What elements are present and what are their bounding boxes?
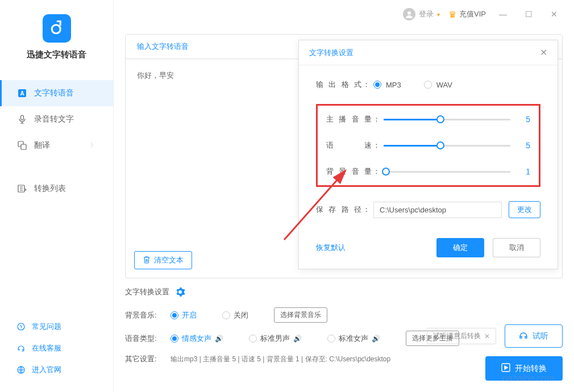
- crown-icon: ♛: [448, 9, 456, 20]
- convert-action: 开始转换: [485, 356, 563, 381]
- avatar-icon: [403, 8, 415, 20]
- vip-button[interactable]: ♛ 充值VIP: [448, 9, 486, 20]
- right-actions: 试听满意后转换 ✕ 试听: [427, 324, 563, 348]
- nav-label: 转换列表: [34, 184, 66, 194]
- settings-title: 文字转换设置: [125, 287, 169, 297]
- restore-default-link[interactable]: 恢复默认: [316, 243, 346, 253]
- svg-point-9: [407, 11, 411, 15]
- link-label: 常见问题: [32, 322, 61, 332]
- nav-label: 翻译: [34, 140, 50, 151]
- volume-row: 主播音量： 5: [326, 114, 530, 124]
- question-icon: [17, 322, 26, 331]
- radio-icon: [222, 311, 230, 319]
- cancel-button[interactable]: 取消: [493, 238, 540, 257]
- listen-label: 试听: [533, 331, 548, 341]
- voice-standard-female[interactable]: 标准女声🔊: [327, 333, 380, 344]
- change-path-button[interactable]: 更改: [509, 201, 540, 218]
- path-label: 保存路径: [316, 205, 361, 215]
- faq-link[interactable]: 常见问题: [0, 316, 113, 337]
- website-link[interactable]: 进入官网: [0, 359, 113, 381]
- slider-thumb[interactable]: [436, 141, 444, 149]
- app-logo-icon: [43, 14, 71, 43]
- nav-label: 录音转文字: [34, 114, 74, 124]
- radio-icon: [249, 335, 257, 343]
- select-bg-music-button[interactable]: 选择背景音乐: [274, 307, 327, 323]
- slider-thumb[interactable]: [382, 168, 390, 176]
- link-label: 进入官网: [32, 365, 61, 375]
- svg-point-0: [52, 25, 60, 34]
- microphone-icon: [17, 114, 27, 124]
- nav-audio-to-text[interactable]: 录音转文字: [0, 106, 113, 132]
- sidebar-bottom-links: 常见问题 在线客服 进入官网: [0, 316, 113, 392]
- minimize-button[interactable]: —: [494, 6, 511, 23]
- volume-slider[interactable]: [384, 119, 510, 120]
- speed-row: 语 速： 5: [326, 140, 530, 151]
- service-link[interactable]: 在线客服: [0, 337, 113, 359]
- close-button[interactable]: ✕: [546, 6, 563, 23]
- highlight-box: 主播音量： 5 语 速：: [316, 104, 540, 187]
- sample-text: 你好，早安: [137, 71, 174, 80]
- clear-text-button[interactable]: 清空文本: [134, 251, 192, 269]
- svg-rect-3: [21, 115, 24, 120]
- volume-label: 主播音量: [326, 114, 372, 124]
- headphone-icon: [519, 331, 528, 341]
- preview-hint-text: 试听满意后转换: [433, 331, 481, 341]
- bg-music-off-option[interactable]: 关闭: [222, 310, 248, 320]
- app-title: 迅捷文字转语音: [0, 49, 113, 60]
- start-convert-button[interactable]: 开始转换: [485, 356, 563, 381]
- main-area: 登录 ▾ ♛ 充值VIP — ☐ ✕ 输入文字转语音 你好，早安 清空文本: [114, 0, 574, 392]
- login-label: 登录: [419, 9, 434, 19]
- logo-area: 迅捷文字转语音: [0, 0, 113, 69]
- trash-icon: [143, 256, 151, 265]
- convert-label: 开始转换: [515, 364, 547, 374]
- format-mp3-option[interactable]: MP3: [373, 81, 401, 89]
- svg-rect-5: [21, 144, 26, 149]
- bg-volume-value: 1: [519, 167, 530, 176]
- speed-slider[interactable]: [384, 145, 510, 147]
- text-icon: A: [17, 88, 27, 98]
- link-label: 在线客服: [32, 343, 61, 353]
- login-button[interactable]: 登录 ▾: [403, 8, 440, 20]
- other-label: 其它设置:: [125, 354, 162, 364]
- format-wav-option[interactable]: WAV: [424, 81, 452, 89]
- gear-icon[interactable]: [175, 287, 185, 297]
- save-path-input[interactable]: [373, 202, 502, 218]
- listen-button[interactable]: 试听: [505, 324, 563, 348]
- slider-thumb[interactable]: [436, 115, 444, 123]
- nav-text-to-speech[interactable]: A 文字转语音: [0, 80, 113, 106]
- vip-label: 充值VIP: [459, 9, 486, 19]
- speaker-icon: 🔊: [215, 335, 223, 343]
- settings-dialog: 文字转换设置 ✕ 输出格式： MP3 WAV 主播音量：: [298, 40, 558, 269]
- radio-icon: [170, 335, 178, 343]
- bg-volume-row: 背景音量： 1: [326, 166, 530, 177]
- radio-icon: [424, 81, 432, 89]
- close-icon[interactable]: ✕: [484, 332, 490, 340]
- radio-icon: [327, 335, 335, 343]
- bg-volume-slider[interactable]: [384, 171, 510, 173]
- settings-summary: 输出mp3 | 主播音量 5 | 语速 5 | 背景音量 1 | 保存至: C:…: [170, 355, 390, 364]
- preview-hint-tag: 试听满意后转换 ✕: [427, 328, 496, 344]
- nav-convert-list[interactable]: 转换列表: [0, 176, 113, 202]
- dialog-footer: 恢复默认 确定 取消: [299, 230, 558, 269]
- dialog-header: 文字转换设置 ✕: [299, 40, 558, 65]
- speed-value: 5: [519, 141, 530, 150]
- translate-icon: [17, 140, 27, 151]
- nav: A 文字转语音 录音转文字 翻译 〉 转换列表: [0, 80, 113, 202]
- list-icon: [17, 184, 27, 194]
- bg-music-on-option[interactable]: 开启: [170, 310, 197, 320]
- voice-emotional-female[interactable]: 情感女声🔊: [170, 333, 223, 344]
- dialog-close-button[interactable]: ✕: [540, 47, 547, 58]
- tab-input-text[interactable]: 输入文字转语音: [126, 35, 200, 59]
- save-path-row: 保存路径： 更改: [316, 201, 540, 218]
- format-label: 输出格式: [316, 80, 361, 90]
- nav-label: 文字转语音: [34, 88, 74, 98]
- bg-volume-label: 背景音量: [326, 166, 372, 177]
- format-radio-group: MP3 WAV: [373, 81, 452, 89]
- voice-standard-male[interactable]: 标准男声🔊: [249, 333, 302, 344]
- ok-button[interactable]: 确定: [436, 238, 484, 257]
- radio-icon: [170, 311, 178, 319]
- settings-header: 文字转换设置: [125, 287, 563, 297]
- nav-translate[interactable]: 翻译 〉: [0, 132, 113, 159]
- maximize-button[interactable]: ☐: [520, 6, 537, 23]
- globe-icon: [17, 365, 26, 374]
